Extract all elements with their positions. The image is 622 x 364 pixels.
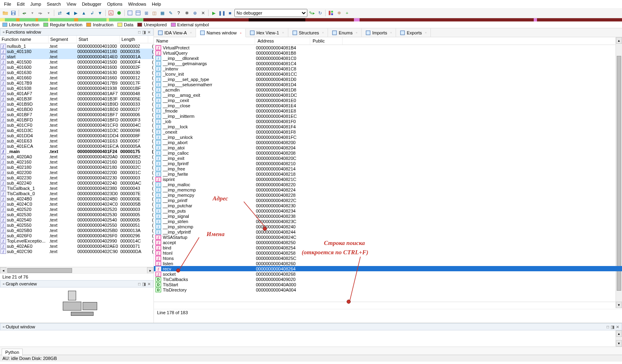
scroll-down-icon[interactable]: ▾ — [616, 302, 622, 308]
tab-close-icon[interactable]: ▫ — [282, 30, 284, 35]
function-row[interactable]: fsub_4024B0.text00000000004024B00000000E… — [0, 196, 153, 201]
tab-ida-view-a[interactable]: IDA View-A▫ — [154, 28, 196, 37]
layout-icon[interactable] — [327, 9, 334, 17]
function-row[interactable]: fsub_402160.text00000000004021600000001D… — [0, 159, 153, 164]
name-row[interactable]: fhtonl0000000000408258 — [154, 250, 622, 255]
function-row[interactable]: fsub_401180.text000000000040118000000335… — [0, 49, 153, 54]
close-icon[interactable]: ✕ — [199, 9, 207, 17]
tab-imports[interactable]: Imports▫ — [362, 28, 396, 37]
function-row[interactable]: fsub_402AE0.text0000000000402AE000000071… — [0, 243, 153, 249]
menu-edit[interactable]: Edit — [15, 1, 27, 7]
flow-icon[interactable]: ⊞ — [143, 9, 150, 17]
name-row[interactable]: i__imp__close00000000004081E4 — [154, 103, 622, 108]
tab-enums[interactable]: Enums▫ — [328, 28, 362, 37]
dbg1-icon[interactable]: ✎▸ — [308, 9, 315, 17]
function-row[interactable]: f_main.text0000000000401F2400000175( — [0, 149, 153, 154]
names-list[interactable]: fVirtualProtect00000000004081B4fVirtualQ… — [154, 45, 622, 302]
name-row[interactable]: i_acmdln00000000004081D8 — [154, 87, 622, 92]
menu-jump[interactable]: Jump — [28, 1, 44, 7]
name-row[interactable]: faccept0000000000408250 — [154, 240, 622, 245]
function-row[interactable]: fsub_401E63.text0000000000401E6300000067… — [0, 138, 153, 143]
swap-icon[interactable]: ⇄ — [56, 9, 63, 17]
function-row[interactable]: fsub_401630.text000000000040163000000030… — [0, 70, 153, 75]
name-row[interactable]: DTlsDirectory000000000040A004 — [154, 287, 622, 292]
name-row[interactable]: i__imp_putchar0000000000408230 — [154, 203, 622, 208]
name-row[interactable]: i__imp_exit000000000040820C — [154, 155, 622, 161]
globe-icon[interactable]: ⊕ — [191, 9, 198, 17]
float-icon[interactable]: ◨ — [142, 30, 146, 34]
function-row[interactable]: fsub_401BFD.text0000000000401BFD000000F3… — [0, 117, 153, 122]
function-row[interactable]: fsub_401D3C.text0000000000401D3C00000098… — [0, 128, 153, 133]
left-icon[interactable]: ◀ — [64, 9, 71, 17]
open-icon[interactable] — [2, 9, 9, 17]
name-row[interactable]: i__imp__cexit00000000004081E0 — [154, 98, 622, 103]
name-row[interactable]: fhtons000000000040825C — [154, 255, 622, 261]
name-row[interactable]: fVirtualQuery00000000004081B8 — [154, 50, 622, 55]
name-row[interactable]: i__imp_free0000000000408214 — [154, 166, 622, 171]
name-row[interactable]: i__imp__unlock00000000004081FC — [154, 134, 622, 140]
name-row[interactable]: i__imp_calloc0000000000408208 — [154, 150, 622, 155]
name-row[interactable]: i__imp___set_app_type00000000004081D0 — [154, 77, 622, 82]
name-row[interactable]: i__imp_abort0000000000408200 — [154, 140, 622, 145]
name-row[interactable]: i__imp__initterm00000000004081EC — [154, 113, 622, 119]
function-row[interactable]: fsub_401B3F.text0000000000401B3F0000005E… — [0, 96, 153, 101]
function-row[interactable]: fsub_4020A0.text00000000004020A0000000B2… — [0, 154, 153, 159]
name-row[interactable]: DTlsCallbacks0000000000409020 — [154, 277, 622, 282]
scroll-up-icon[interactable]: ▴ — [616, 37, 622, 44]
function-row[interactable]: fsub_401ECA.text0000000000401ECA0000005A… — [0, 143, 153, 149]
name-row[interactable]: i__imp_vfprintf0000000000408244 — [154, 229, 622, 234]
menu-help[interactable]: Help — [149, 1, 164, 7]
function-row[interactable]: fstart.text00000000004014E00000001A( — [0, 54, 153, 59]
script-icon[interactable]: ✎ — [167, 9, 174, 17]
name-row[interactable]: fVirtualProtect00000000004081B4 — [154, 45, 622, 50]
name-row[interactable]: i__imp_strncmp0000000000408240 — [154, 224, 622, 229]
win1-icon[interactable] — [126, 9, 134, 17]
name-row[interactable]: fisprint000000000040821C — [154, 177, 622, 182]
function-row[interactable]: fsub_402530.text000000000040253000000005… — [0, 212, 153, 217]
name-row[interactable]: fWSAStartup000000000040824C — [154, 234, 622, 240]
name-row[interactable]: i__imp_strlen000000000040823C — [154, 219, 622, 224]
name-row[interactable]: i__imp___dllonexit00000000004081C0 — [154, 55, 622, 61]
graph-canvas[interactable] — [0, 287, 153, 323]
function-row[interactable]: fTlsCallback_1.text000000000040238000000… — [0, 185, 153, 191]
name-row[interactable]: i_onexit00000000004081F8 — [154, 129, 622, 134]
function-row[interactable]: fsub_401BF7.text0000000000401BF700000006… — [0, 112, 153, 117]
debugger-select[interactable]: No debugger — [234, 9, 307, 17]
tab-close-icon[interactable]: ▫ — [425, 30, 427, 35]
function-row[interactable]: fsub_401AF7.text0000000000401AF700000048… — [0, 91, 153, 96]
menu-search[interactable]: Search — [45, 1, 64, 7]
function-row[interactable]: fsub_402240.text0000000000402240000000AC… — [0, 180, 153, 185]
win2-icon[interactable] — [134, 9, 142, 17]
qmark-icon[interactable]: ? — [175, 9, 182, 17]
name-row[interactable]: i__imp_malloc0000000000408220 — [154, 182, 622, 187]
tab-close-icon[interactable]: ▫ — [240, 31, 242, 35]
output-body[interactable]: ▴▾ — [0, 330, 622, 347]
function-row[interactable]: fsub_401500.text0000000000401500000000F4… — [0, 59, 153, 64]
fwd-drop-icon[interactable]: ▼ — [45, 9, 52, 17]
functions-hscroll[interactable]: ◂ ▸ — [0, 267, 153, 273]
tab-names-window[interactable]: Names window▫ — [196, 29, 246, 37]
name-row[interactable]: i__imp_fprintf0000000000408210 — [154, 161, 622, 166]
menu-windows[interactable]: Windows — [126, 1, 149, 7]
back-drop-icon[interactable]: ▼ — [29, 9, 36, 17]
function-row[interactable]: fsub_402200.text00000000004022000000001C… — [0, 170, 153, 175]
right-icon[interactable]: ▶ — [72, 9, 79, 17]
name-row[interactable]: fbind0000000000408254 — [154, 245, 622, 250]
name-row[interactable]: i__imp_atoi0000000000408204 — [154, 145, 622, 150]
name-row[interactable]: i_fmode00000000004081E8 — [154, 108, 622, 113]
tab-hex-view-1[interactable]: Hex View-1▫ — [246, 28, 288, 37]
dbg2-icon[interactable]: ↻ — [316, 9, 324, 17]
function-row[interactable]: fsub_401BD0.text0000000000401BD000000027… — [0, 106, 153, 112]
gear-icon[interactable]: ✱ — [183, 9, 190, 17]
name-row[interactable]: i__imp_printf000000000040822C — [154, 198, 622, 203]
name-row[interactable]: i__imp_memcpy0000000000408228 — [154, 192, 622, 198]
function-row[interactable]: fsub_402180.text00000000004021800000002C… — [0, 164, 153, 170]
function-row[interactable]: fsub_401CF0.text0000000000401CF00000004C… — [0, 122, 153, 128]
function-row[interactable]: fsub_4017B9.text00000000004017B90000017F… — [0, 80, 153, 85]
function-row[interactable]: fsub_401660.text000000000040166000000012… — [0, 75, 153, 80]
pause-icon[interactable]: ❚❚ — [218, 9, 226, 17]
function-row[interactable]: fnullsub_1.text000000000040100000000002( — [0, 43, 153, 49]
name-row[interactable]: flisten0000000000408260 — [154, 261, 622, 266]
function-row[interactable]: fsub_401938.text0000000000401938000001BF… — [0, 85, 153, 91]
function-row[interactable]: fTopLevelExceptio....text000000000040299… — [0, 238, 153, 243]
